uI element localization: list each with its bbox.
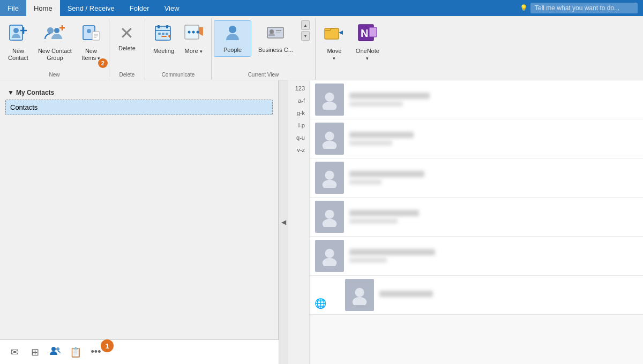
alpha-qu[interactable]: q-u	[288, 132, 309, 144]
bottom-nav: ✉ ⊞ 📋 •••	[0, 339, 279, 364]
contact-detail-2	[349, 140, 392, 146]
view-scroll-down[interactable]: ▼	[301, 31, 310, 41]
menu-folder[interactable]: Folder	[122, 0, 157, 16]
tasks-nav-button[interactable]: 📋	[66, 343, 85, 361]
tasks-icon: 📋	[70, 346, 81, 358]
contact-area: 123 a-f g-k l-p q-u v-z	[288, 80, 643, 364]
alpha-af[interactable]: a-f	[288, 95, 309, 107]
contact-card-3[interactable]	[310, 158, 643, 198]
my-contacts-label: My Contacts	[16, 89, 54, 96]
delete-label: Delete	[118, 45, 136, 52]
contact-detail-3	[349, 179, 382, 185]
new-group-buttons: NewContact New ContactGroup	[4, 20, 104, 72]
contact-avatar-6	[345, 279, 374, 311]
sidebar-collapse-toggle[interactable]: ◀	[279, 80, 288, 364]
sidebar-item-contacts[interactable]: Contacts	[5, 100, 273, 115]
svg-rect-21	[161, 36, 167, 37]
menu-send-receive[interactable]: Send / Receive	[60, 0, 122, 16]
more-button[interactable]: More ▾	[180, 20, 207, 57]
contact-info-4	[349, 210, 638, 224]
contact-info-2	[349, 132, 638, 146]
svg-rect-18	[158, 33, 161, 35]
new-contact-button[interactable]: NewContact	[4, 20, 32, 64]
meeting-button[interactable]: Meeting	[149, 20, 178, 57]
nav-badge: 1	[101, 339, 114, 352]
contact-globe-icon: 🌐	[315, 298, 326, 309]
contact-avatar-3	[315, 162, 344, 194]
new-items-button[interactable]: NewItems ▾	[78, 20, 104, 64]
new-contact-group-button[interactable]: New ContactGroup	[34, 20, 76, 64]
alpha-lp[interactable]: l-p	[288, 119, 309, 132]
alpha-123[interactable]: 123	[288, 82, 309, 95]
delete-icon: ✕	[119, 23, 134, 43]
meeting-icon	[154, 23, 173, 46]
contact-card-4[interactable]	[310, 198, 643, 237]
new-items-label: NewItems ▾	[81, 48, 100, 62]
onenote-button[interactable]: N OneNote▾	[352, 20, 383, 64]
people-nav-button[interactable]	[46, 343, 64, 361]
svg-rect-20	[166, 33, 168, 35]
svg-rect-31	[325, 28, 339, 39]
sidebar-content: ▼ My Contacts Contacts	[0, 80, 278, 339]
contact-name-1	[349, 93, 430, 99]
delete-button[interactable]: ✕ Delete	[114, 20, 140, 55]
business-card-view-button[interactable]: Business C...	[252, 20, 299, 57]
people-view-icon	[223, 24, 242, 45]
menu-view[interactable]: View	[157, 0, 187, 16]
lightbulb-icon: 💡	[520, 4, 528, 12]
contact-info-5	[349, 249, 638, 263]
contact-avatar-4	[315, 201, 344, 233]
contact-list: 123 a-f g-k l-p q-u v-z	[288, 80, 643, 364]
actions-buttons: Move▾ N OneNote▾	[320, 20, 383, 78]
contact-card-1[interactable]	[310, 80, 643, 119]
ribbon-group-delete: ✕ Delete Delete	[109, 18, 145, 80]
svg-point-44	[325, 210, 334, 219]
ribbon-group-current-view: People Business C... ▲ ▼	[212, 18, 316, 80]
svg-point-24	[192, 31, 195, 34]
contact-name-5	[349, 249, 435, 255]
delete-group-buttons: ✕ Delete	[114, 20, 140, 72]
contact-avatar-1	[315, 84, 344, 116]
people-view-button[interactable]: People	[214, 20, 251, 57]
tell-me-input[interactable]	[530, 3, 638, 13]
communicate-group-buttons: Meeting More ▾	[149, 20, 207, 72]
move-button[interactable]: Move▾	[320, 20, 349, 64]
svg-point-48	[355, 288, 364, 297]
contact-detail-5	[349, 257, 387, 263]
meeting-label: Meeting	[153, 48, 174, 55]
collapse-arrow-icon[interactable]: ▼	[8, 89, 14, 96]
view-scroll-controls: ▲ ▼	[300, 20, 311, 41]
svg-point-36	[51, 347, 56, 351]
alpha-vz[interactable]: v-z	[288, 144, 309, 156]
contact-card-6[interactable]: 🌐	[310, 276, 643, 315]
menu-home[interactable]: Home	[26, 0, 60, 16]
contact-detail-1	[349, 101, 403, 107]
contact-detail-4	[349, 218, 398, 224]
svg-rect-16	[166, 25, 168, 28]
calendar-nav-button[interactable]: ⊞	[26, 343, 44, 361]
contact-avatar-5	[315, 240, 344, 272]
svg-point-26	[229, 26, 236, 33]
more-label: More ▾	[184, 48, 202, 55]
contact-cards: 🌐	[310, 80, 643, 364]
move-icon	[324, 23, 345, 46]
onenote-label: OneNote▾	[356, 48, 379, 62]
ribbon: NewContact New ContactGroup	[0, 16, 643, 80]
contact-name-2	[349, 132, 414, 138]
svg-point-39	[323, 102, 337, 110]
svg-point-5	[54, 28, 59, 33]
mail-nav-button[interactable]: ✉	[5, 343, 24, 361]
tell-me-container: 💡	[514, 0, 643, 16]
mail-icon: ✉	[11, 346, 19, 358]
svg-point-46	[325, 249, 334, 258]
new-group-badge: 2	[98, 58, 108, 68]
menu-file[interactable]: File	[0, 0, 26, 16]
svg-marker-32	[339, 31, 343, 35]
contact-card-2[interactable]	[310, 119, 643, 158]
contact-card-5[interactable]	[310, 237, 643, 276]
svg-point-4	[47, 27, 54, 34]
svg-point-41	[323, 141, 337, 149]
view-scroll-up[interactable]: ▲	[301, 20, 310, 30]
alpha-gk[interactable]: g-k	[288, 107, 309, 119]
svg-point-43	[323, 180, 337, 188]
